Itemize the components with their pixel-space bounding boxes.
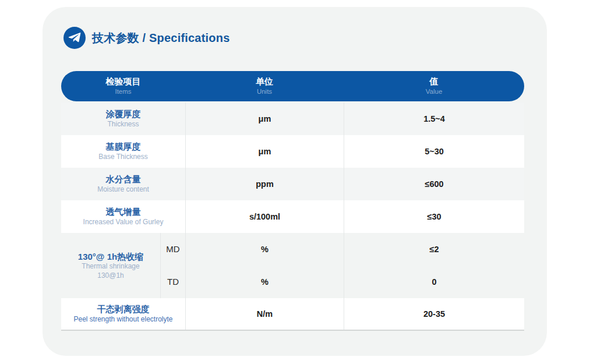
item-en: Base Thickness [98,153,148,162]
direction-cell-td: TD [160,266,185,298]
table-row-peel-strength: 干态剥离强度 Peel strength without electrolyte… [61,298,524,331]
item-zh: 干态剥离强度 [97,303,150,315]
item-en-line2: 130@1h [97,271,124,281]
unit-value: % [261,277,268,288]
spec-table: 检验项目 Items 单位 Units 值 Value 涂覆厚度 Thickne… [61,71,524,331]
value: 5~30 [425,146,444,157]
spec-card: 技术参数 / Specifications 检验项目 Items 单位 Unit… [43,7,547,356]
direction-label: TD [167,276,179,288]
unit-cell: μm [185,103,344,135]
page-title: 技术参数 / Specifications [92,30,229,46]
item-zh: 130°@ 1h热收缩 [78,251,143,263]
item-cell: 水分含量 Moisture content [61,168,185,200]
paper-plane-icon [63,27,86,49]
item-cell: 基膜厚度 Base Thickness [61,135,185,168]
item-en: Thermal shrinkage [82,262,139,271]
column-header-items: 检验项目 Items [61,71,185,101]
table-row-base-thickness: 基膜厚度 Base Thickness μm 5~30 [61,135,524,168]
table-row-gurley: 透气增量 Increased Value of Gurley s/100ml ≤… [61,200,524,233]
value-cell: ≤30 [344,200,524,233]
item-zh: 涂覆厚度 [106,108,141,120]
item-en: Peel strength without electrolyte [73,315,172,324]
unit-cell: N/m [185,298,344,330]
value: ≤600 [425,179,443,190]
item-en: Increased Value of Gurley [83,218,164,227]
direction-label: MD [166,243,179,255]
unit-value: s/100ml [249,211,280,222]
item-en: Moisture content [97,185,149,195]
column-header-value: 值 Value [344,71,524,101]
value: ≤30 [427,211,441,222]
table-row-thickness: 涂覆厚度 Thickness μm 1.5~4 [61,103,524,135]
item-en: Thickness [107,120,139,129]
value-cell: 20-35 [344,298,524,330]
value: 1.5~4 [423,114,445,125]
item-cell: 干态剥离强度 Peel strength without electrolyte [61,298,185,330]
unit-cell: ppm [185,168,344,200]
value: ≤2 [429,244,439,255]
item-cell: 透气增量 Increased Value of Gurley [61,200,185,233]
unit-cell: % [185,233,344,266]
unit-value: N/m [257,309,273,320]
table-header-row: 检验项目 Items 单位 Units 值 Value [61,71,524,101]
value: 20-35 [423,309,445,320]
unit-value: μm [259,146,271,157]
unit-value: % [261,244,268,255]
item-cell: 130°@ 1h热收缩 Thermal shrinkage 130@1h [61,233,160,298]
value-cell: ≤600 [344,168,524,200]
column-header-units-zh: 单位 [256,76,273,87]
unit-value: ppm [256,179,274,190]
unit-cell: s/100ml [185,200,344,233]
column-header-items-zh: 检验项目 [106,76,141,87]
item-cell: 涂覆厚度 Thickness [61,103,185,135]
value-cell: 0 [344,266,524,298]
direction-cell-md: MD [160,233,185,266]
item-zh: 水分含量 [106,174,141,185]
item-zh: 基膜厚度 [106,141,141,153]
table-row-moisture-content: 水分含量 Moisture content ppm ≤600 [61,168,524,200]
unit-cell: μm [185,135,344,168]
value-cell: 1.5~4 [344,103,524,135]
column-header-value-en: Value [426,87,443,96]
column-header-units-en: Units [257,87,272,96]
value-cell: ≤2 [344,233,524,266]
item-zh: 透气增量 [106,206,141,218]
column-header-items-en: Items [115,87,131,96]
table-row-thermal-shrinkage: 130°@ 1h热收缩 Thermal shrinkage 130@1h MD … [61,233,524,298]
value-cell: 5~30 [344,135,524,168]
column-header-value-zh: 值 [430,76,439,87]
unit-value: μm [259,114,271,125]
unit-cell: % [185,266,344,298]
section-header: 技术参数 / Specifications [63,27,229,49]
value: 0 [432,277,436,288]
column-header-units: 单位 Units [185,71,344,101]
